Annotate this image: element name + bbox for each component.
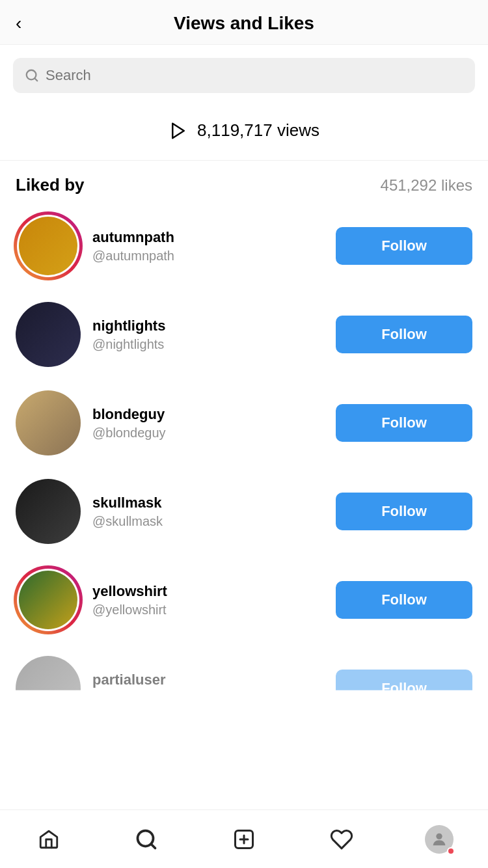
avatar-image (19, 217, 77, 275)
username: skullmask (92, 495, 163, 511)
views-count: 8,119,717 views (197, 120, 319, 141)
avatar[interactable] (16, 213, 81, 278)
heart-icon (330, 828, 353, 851)
back-button[interactable]: ‹ (16, 14, 21, 33)
follow-button[interactable]: Follow (336, 581, 472, 619)
list-item: blondeguy @blondeguy Follow (10, 379, 478, 467)
bottom-nav (0, 809, 488, 868)
liked-by-label: Liked by (16, 175, 84, 195)
user-info: nightlights @nightlights (92, 318, 165, 352)
search-input[interactable] (46, 67, 463, 84)
user-handle: @partialuser (92, 691, 167, 706)
views-section: 8,119,717 views (0, 100, 488, 160)
user-left: yellowshirt @yellowshirt (16, 567, 167, 632)
username: partialuser (92, 671, 167, 688)
follow-button[interactable]: Follow (336, 493, 472, 530)
liked-by-header: Liked by 451,292 likes (0, 161, 488, 202)
user-left: nightlights @nightlights (16, 302, 165, 367)
user-list: autumnpath @autumnpath Follow nightlight… (0, 202, 488, 721)
avatar-image (19, 571, 77, 629)
avatar-image (16, 302, 81, 367)
svg-marker-2 (172, 123, 184, 138)
list-item: nightlights @nightlights Follow (10, 290, 478, 379)
user-info: skullmask @skullmask (92, 495, 163, 529)
list-item: autumnpath @autumnpath Follow (10, 202, 478, 290)
list-item: skullmask @skullmask Follow (10, 467, 478, 556)
avatar[interactable] (16, 567, 81, 632)
avatar[interactable] (16, 479, 81, 544)
username: yellowshirt (92, 583, 167, 600)
user-left: skullmask @skullmask (16, 479, 163, 544)
nav-activity[interactable] (293, 810, 390, 868)
user-handle: @autumnpath (92, 249, 174, 264)
svg-line-4 (151, 843, 156, 848)
user-info: yellowshirt @yellowshirt (92, 583, 167, 617)
search-icon (25, 68, 39, 83)
home-icon (38, 828, 60, 850)
play-icon (169, 121, 188, 141)
user-left: blondeguy @blondeguy (16, 390, 166, 455)
svg-line-1 (34, 78, 37, 81)
svg-point-8 (436, 833, 442, 839)
username: blondeguy (92, 406, 166, 423)
nav-search[interactable] (98, 810, 195, 868)
user-left: partialuser @partialuser (16, 656, 167, 721)
avatar[interactable] (16, 390, 81, 455)
nav-home[interactable] (0, 810, 98, 868)
list-item: yellowshirt @yellowshirt Follow (10, 556, 478, 644)
user-handle: @skullmask (92, 514, 163, 529)
search-bar (13, 58, 475, 93)
search-container (0, 45, 488, 100)
avatar-image (16, 390, 81, 455)
user-left: autumnpath @autumnpath (16, 213, 174, 278)
add-icon (232, 828, 256, 851)
likes-count: 451,292 likes (381, 176, 472, 195)
username: autumnpath (92, 229, 174, 246)
follow-button[interactable]: Follow (336, 316, 472, 353)
user-handle: @nightlights (92, 337, 165, 352)
header: ‹ Views and Likes (0, 0, 488, 45)
notification-dot (447, 847, 455, 855)
follow-button[interactable]: Follow (336, 227, 472, 265)
profile-icon (425, 825, 454, 854)
username: nightlights (92, 318, 165, 334)
user-handle: @yellowshirt (92, 603, 167, 617)
page-title: Views and Likes (174, 13, 314, 34)
avatar-image (16, 479, 81, 544)
avatar[interactable] (16, 656, 81, 721)
user-info: partialuser @partialuser (92, 671, 167, 706)
follow-button[interactable]: Follow (336, 670, 472, 707)
user-info: blondeguy @blondeguy (92, 406, 166, 441)
follow-button[interactable]: Follow (336, 404, 472, 442)
avatar[interactable] (16, 302, 81, 367)
avatar-image (16, 656, 81, 721)
nav-profile[interactable] (390, 810, 488, 868)
nav-add[interactable] (195, 810, 293, 868)
list-item: partialuser @partialuser Follow (10, 644, 478, 721)
user-info: autumnpath @autumnpath (92, 229, 174, 264)
user-handle: @blondeguy (92, 426, 166, 441)
search-nav-icon (135, 828, 158, 851)
